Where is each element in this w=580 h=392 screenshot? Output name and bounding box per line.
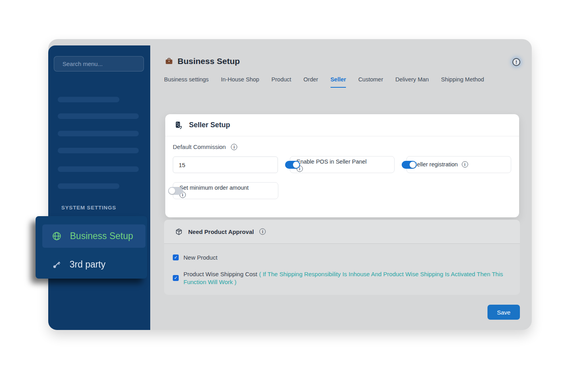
sidebar: SYSTEM SETTINGS [48,45,150,330]
tab-in-house-shop[interactable]: In-House Shop [221,76,259,88]
sidebar-item-label: 3rd party [70,259,106,270]
sidebar-skeleton-bar [58,113,139,119]
tab-bar: Business settings In-House Shop Product … [164,76,484,88]
min-order-label: Set minimum order amount [179,185,249,191]
tab-shipping-method[interactable]: Shipping Method [441,76,484,88]
system-settings-popout: Business Setup 3rd party [36,216,147,279]
default-commission-label: Default Commission [173,143,226,150]
new-product-label: New Product [183,254,217,262]
sidebar-search [54,56,144,72]
page-header: Business Setup [165,57,240,66]
alert-icon[interactable]: ! [512,58,520,66]
seller-setup-header: Seller Setup [165,114,519,136]
sidebar-skeleton-bar [58,148,139,153]
min-order-toggle[interactable] [168,187,183,195]
new-product-checkbox[interactable]: ✓ [173,254,179,260]
tab-seller[interactable]: Seller [331,76,346,88]
key-icon [52,260,61,270]
seller-registration-label: Seller registration [413,161,458,168]
sidebar-item-business-setup[interactable]: Business Setup [42,224,145,248]
seller-setup-icon [174,121,183,130]
search-input[interactable] [62,60,141,67]
product-approval-section: Need Product Approval i ✓ New Product ✓ … [164,220,520,295]
sidebar-item-3rd-party[interactable]: 3rd party [42,253,145,276]
seller-registration-box: Seller registration i [406,156,511,173]
app-window: SYSTEM SETTINGS Business Setup ! Busines… [48,39,532,330]
enable-pos-toggle[interactable] [285,161,300,169]
info-icon[interactable]: i [231,144,237,150]
tab-customer[interactable]: Customer [358,76,383,88]
info-icon[interactable]: i [462,161,468,168]
sidebar-skeleton-bar [58,97,119,102]
sidebar-skeleton-bar [58,183,119,189]
save-button[interactable]: Save [487,305,520,320]
min-order-box: Set minimum order amount i [173,182,278,199]
package-icon [175,228,183,236]
system-settings-label: SYSTEM SETTINGS [61,205,116,211]
product-approval-title: Need Product Approval [188,228,254,235]
default-commission-input[interactable] [173,156,278,173]
page-title: Business Setup [178,57,240,66]
seller-setup-title: Seller Setup [189,121,230,129]
tab-business-settings[interactable]: Business settings [164,76,209,88]
sidebar-skeleton-bar [58,166,139,172]
tab-product[interactable]: Product [272,76,291,88]
product-approval-header: Need Product Approval i [164,220,520,244]
product-wise-shipping-row: ✓ Product Wise Shipping Cost ( If The Sh… [173,270,509,286]
default-commission-label-row: Default Commission i [173,143,237,150]
globe-icon [52,231,62,241]
briefcase-icon [165,57,173,65]
product-wise-shipping-label: Product Wise Shipping Cost [183,271,257,277]
new-product-row: ✓ New Product [173,254,217,262]
seller-registration-toggle[interactable] [402,161,417,169]
tab-delivery-man[interactable]: Delivery Man [395,76,429,88]
product-wise-shipping-checkbox[interactable]: ✓ [173,275,179,281]
sidebar-item-label: Business Setup [70,231,133,241]
enable-pos-box: Enable POS in Seller Panel i [290,156,395,173]
tab-order[interactable]: Order [304,76,318,88]
seller-setup-card: Seller Setup Default Commission i Enable… [165,114,519,217]
sidebar-skeleton-bar [58,131,139,136]
info-icon[interactable]: i [259,228,266,235]
enable-pos-label: Enable POS in Seller Panel [297,158,367,165]
